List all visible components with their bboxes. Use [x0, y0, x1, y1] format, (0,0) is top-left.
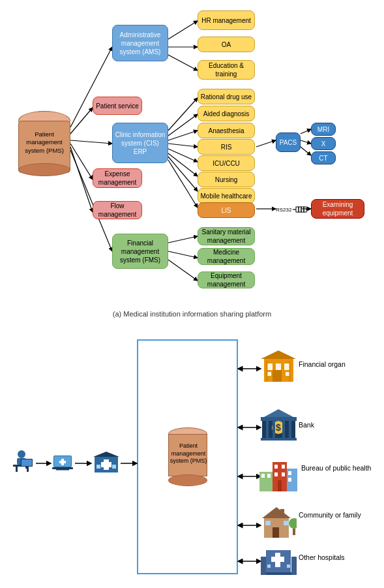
patient-service-box: Patient service: [93, 97, 142, 115]
part-a: Patient management system (PMS) Administ…: [7, 7, 377, 307]
svg-rect-56: [104, 459, 109, 470]
svg-rect-96: [284, 521, 289, 525]
svg-rect-105: [291, 557, 297, 575]
flow-box: Flow management: [93, 201, 142, 219]
svg-rect-29: [301, 207, 304, 212]
svg-rect-53: [56, 469, 69, 471]
svg-rect-28: [299, 207, 301, 212]
svg-line-17: [256, 140, 276, 147]
rational-drug-box: Rational drug use: [198, 89, 255, 104]
x-box: X: [311, 137, 336, 150]
hr-box: HR management: [198, 10, 255, 30]
svg-rect-107: [287, 565, 290, 568]
svg-rect-45: [21, 459, 33, 467]
svg-rect-48: [53, 456, 72, 467]
svg-rect-63: [276, 364, 281, 370]
pms-cylinder: [18, 111, 70, 176]
svg-line-25: [168, 260, 198, 281]
aided-diag-box: Aided diagnosis: [198, 106, 255, 121]
svg-rect-50: [61, 459, 64, 465]
bank-icon: $: [261, 408, 297, 444]
svg-marker-61: [261, 350, 296, 359]
other-hospitals-label: Other hospitals: [299, 553, 345, 561]
svg-rect-59: [112, 465, 116, 469]
education-box: Education & training: [198, 60, 255, 80]
svg-rect-76: [273, 420, 275, 438]
svg-line-6: [168, 21, 198, 39]
svg-line-24: [168, 251, 198, 258]
svg-text:$: $: [276, 422, 281, 433]
svg-rect-68: [266, 361, 268, 382]
svg-rect-102: [271, 557, 284, 562]
svg-rect-69: [289, 361, 291, 382]
part-b: Patient management system (PMS) Financia…: [7, 326, 377, 587]
svg-rect-103: [261, 572, 297, 575]
caption-a: (a) Medical institution information shar…: [7, 307, 377, 321]
svg-rect-64: [284, 364, 289, 370]
other-hospitals-icon: [261, 545, 297, 578]
financial-organ-label: Financial organ: [299, 360, 346, 368]
svg-rect-81: [261, 474, 265, 478]
svg-rect-78: [289, 420, 291, 438]
svg-rect-49: [54, 456, 71, 467]
svg-point-40: [18, 450, 25, 458]
bank-label: Bank: [299, 421, 314, 429]
svg-line-19: [301, 140, 311, 144]
svg-rect-104: [261, 557, 266, 575]
svg-rect-88: [278, 480, 282, 491]
diagram-container: Patient management system (PMS) Administ…: [0, 0, 384, 588]
nursing-box: Nursing: [198, 172, 255, 187]
svg-line-4: [70, 144, 93, 179]
svg-rect-84: [274, 465, 278, 469]
svg-rect-44: [27, 467, 29, 472]
svg-rect-95: [265, 521, 271, 525]
svg-rect-62: [267, 364, 273, 370]
svg-rect-27: [296, 207, 299, 212]
sanitary-box: Sanitary material management: [198, 227, 255, 245]
svg-line-23: [168, 236, 198, 243]
svg-rect-54: [95, 457, 118, 472]
svg-rect-42: [13, 465, 31, 467]
svg-line-3: [70, 108, 93, 134]
svg-rect-85: [282, 465, 285, 469]
svg-marker-93: [262, 507, 291, 518]
svg-marker-55: [93, 452, 119, 457]
svg-rect-75: [266, 420, 269, 438]
exam-equip-box: Examining equipment: [311, 199, 364, 219]
svg-line-14: [168, 153, 198, 176]
svg-line-5: [70, 147, 93, 212]
svg-rect-46: [22, 459, 32, 466]
svg-line-1: [70, 140, 112, 144]
svg-line-8: [168, 55, 198, 70]
person-desk-icon: [13, 450, 33, 472]
svg-rect-30: [304, 207, 306, 212]
svg-line-20: [301, 147, 311, 155]
ams-box: Administrative management system (AMS): [112, 25, 168, 61]
svg-line-0: [70, 47, 112, 127]
svg-rect-65: [273, 370, 282, 382]
svg-rect-94: [273, 527, 279, 538]
cis-box: Clinic information system (CIS) ERP: [112, 123, 168, 163]
mri-box: MRI: [311, 123, 336, 136]
fms-box: Financial management system (FMS): [112, 234, 168, 269]
svg-rect-57: [101, 462, 111, 467]
pms-b-label: Patient management system (PMS): [166, 442, 211, 465]
expense-box: Expense management: [93, 168, 142, 188]
svg-rect-82: [267, 474, 271, 478]
anaesthesia-box: Anaesthesia: [198, 123, 255, 138]
community-icon: [261, 504, 297, 540]
svg-rect-41: [17, 458, 26, 465]
svg-line-11: [168, 131, 198, 140]
svg-rect-52: [52, 467, 73, 469]
svg-line-16: [168, 160, 198, 208]
svg-rect-58: [96, 465, 100, 469]
svg-rect-99: [293, 529, 295, 535]
svg-rect-79: [261, 438, 297, 441]
bureau-icon: [259, 456, 299, 495]
rs232-label: RS232: [276, 204, 308, 215]
bureau-label: Bureau of public health: [301, 463, 371, 473]
svg-rect-91: [288, 478, 291, 482]
svg-rect-77: [282, 420, 285, 438]
financial-organ-icon: [261, 349, 297, 385]
lis-box: LIS: [198, 202, 255, 218]
